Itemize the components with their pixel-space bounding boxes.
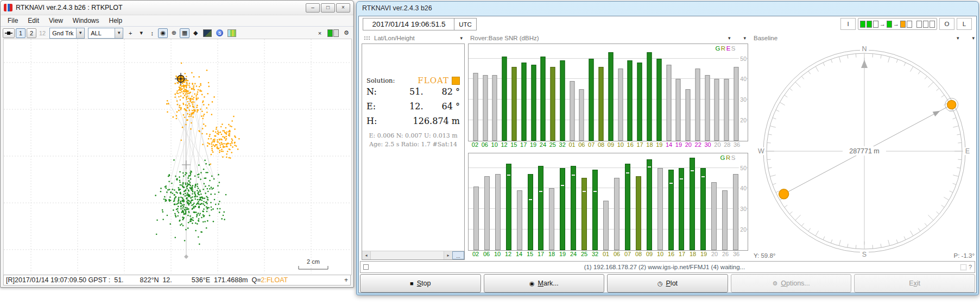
scale-label: 2 cm (307, 258, 320, 265)
chevron-down-icon[interactable]: ▼ (115, 28, 123, 38)
ground-track-plot[interactable]: 2 cm (3, 39, 352, 275)
show-grid-button[interactable]: ▦ (180, 28, 189, 38)
zoom-in-button[interactable]: + (344, 276, 348, 284)
accuracy-text: E: 0.006 N: 0.007 U: 0.013 m (362, 132, 464, 139)
input-streams-button[interactable]: I (840, 18, 856, 30)
chevron-down-icon[interactable]: ▾ (743, 35, 746, 41)
bar-slot-19 (673, 44, 683, 141)
menu-item-file[interactable]: File (3, 16, 23, 26)
options-button: ⚙Options... (731, 274, 852, 293)
bar-slot-20 (709, 153, 719, 250)
coord-label: E: (366, 101, 383, 111)
coord-suffix: 82 ° (442, 86, 460, 97)
screenshot-image-icon[interactable] (201, 28, 213, 38)
sat-label: 32 (590, 251, 600, 260)
chevron-down-icon[interactable]: ▾ (957, 35, 959, 41)
stats-text: Age: 2.5 s Ratio: 1.7 #Sat:14 (362, 141, 464, 148)
snr-tick (507, 175, 510, 176)
coord-suffix: 64 ° (442, 101, 460, 111)
menu-item-help[interactable]: Help (104, 16, 128, 26)
bar-slot-01 (600, 153, 611, 250)
rtkplot-titlebar[interactable]: RTKNAVI ver.2.4.3 b26 : RTKPLOT – □ × (1, 1, 353, 15)
log-square-2 (923, 21, 928, 28)
track-style-button[interactable] (3, 28, 15, 38)
mark-button[interactable]: ◉Mark... (484, 274, 605, 293)
map-view-icon[interactable] (226, 28, 238, 38)
fix-horizontal-button[interactable]: ⊕ (169, 28, 179, 38)
show-track-button[interactable]: ◆ (191, 28, 200, 38)
sat-labels-row: 0206101214151718192425320106070809101617… (468, 251, 748, 260)
menu-item-edit[interactable]: Edit (23, 16, 44, 26)
snr-bar (679, 168, 684, 250)
plot-type-select[interactable]: Gnd Trk▼ (49, 28, 85, 39)
snr-bar (538, 166, 543, 250)
snr-tick (626, 172, 629, 173)
snr-bar (733, 174, 738, 250)
maximize-button[interactable]: □ (321, 3, 335, 13)
rtkplot-app-icon (4, 4, 12, 11)
solution-status: FLOAT (418, 76, 449, 85)
chevron-down-icon[interactable]: ▼ (76, 28, 84, 38)
snr-panel-header: Rover:Base SNR (dBHz) ▾ ▾ (467, 33, 749, 44)
sat-label: 24 (568, 251, 579, 260)
log-streams-button[interactable]: L (957, 18, 972, 30)
stop-button[interactable]: ■Stop (360, 274, 481, 293)
satellite-select[interactable]: ALL▼ (88, 28, 123, 39)
desktop: RTKNAVI ver.2.4.3 b26 : RTKPLOT – □ × Fi… (0, 0, 980, 304)
solution-quality-indicator[interactable] (326, 28, 340, 38)
system-legend: GRS (720, 154, 736, 161)
position-row-h: H:126.874 m (362, 116, 464, 131)
solution-panel-title: Lat/Lon/Height (374, 35, 415, 41)
menu-item-windows[interactable]: Windows (68, 16, 104, 26)
clear-plot-button[interactable]: × (315, 28, 325, 38)
bar-slot-19 (557, 153, 568, 250)
sat-label: 12 (500, 141, 509, 151)
rtknavi-window-title[interactable]: RTKNAVI ver.2.4.3 b26 (357, 2, 978, 15)
plot-button[interactable]: ◷Plot (607, 274, 728, 293)
fix-center-button[interactable]: ◉ (158, 28, 168, 38)
center-dropdown-button[interactable]: ▾ (136, 28, 146, 38)
bar-slot-06 (577, 44, 587, 141)
sat-label: 01 (567, 141, 577, 151)
solution-scrollbar[interactable]: ◂ ▸ ... (362, 251, 464, 259)
snr-bar (614, 178, 619, 250)
plot-options-button[interactable]: ⚙ (342, 28, 351, 38)
sat-label: 19 (698, 251, 709, 260)
bar-slot-10 (490, 44, 500, 141)
snr-bar (676, 79, 681, 141)
bar-slot-18 (687, 153, 698, 250)
blurred-latitude (124, 277, 140, 283)
menu-item-view[interactable]: View (44, 16, 68, 26)
chevron-down-icon[interactable]: ▾ (460, 35, 463, 41)
bar-slot-02 (471, 44, 480, 141)
close-button[interactable]: × (336, 3, 350, 13)
window-controls: – □ × (306, 3, 350, 13)
minimize-button[interactable]: – (306, 3, 320, 13)
sat-label: 06 (577, 141, 586, 151)
bar-slot-28 (722, 44, 731, 141)
input-square-3 (873, 21, 878, 28)
center-cursor-button[interactable]: + (125, 28, 135, 38)
solution-2-button[interactable]: 2 (27, 28, 36, 38)
yaw-value: Y: 59.8° (754, 252, 775, 259)
google-earth-icon: S (216, 29, 223, 36)
scroll-left-arrow[interactable]: ◂ (362, 251, 371, 259)
help-button[interactable]: ? (969, 264, 972, 270)
chevron-down-icon[interactable]: ▾ (972, 35, 975, 41)
bar-slot-16 (666, 153, 676, 250)
chevron-down-icon[interactable]: ▾ (728, 35, 731, 41)
google-earth-icon[interactable]: S (214, 28, 225, 38)
snr-bar (656, 59, 661, 141)
output-square-2 (907, 21, 912, 28)
bar-slot-25 (548, 44, 558, 141)
time-system-button[interactable]: UTC (454, 18, 477, 30)
snr-tick (561, 185, 564, 186)
output-streams-button[interactable]: O (939, 18, 954, 30)
scroll-right-arrow[interactable]: ▸ (444, 251, 452, 259)
solution-1-button[interactable]: 1 (16, 28, 26, 38)
options-icon: ⚙ (772, 280, 777, 287)
baseline-distance: 287771 m (849, 147, 880, 155)
snr-bar (551, 67, 555, 141)
more-button[interactable]: ... (452, 251, 464, 259)
fit-vertical-button[interactable]: ↕ (147, 28, 157, 38)
